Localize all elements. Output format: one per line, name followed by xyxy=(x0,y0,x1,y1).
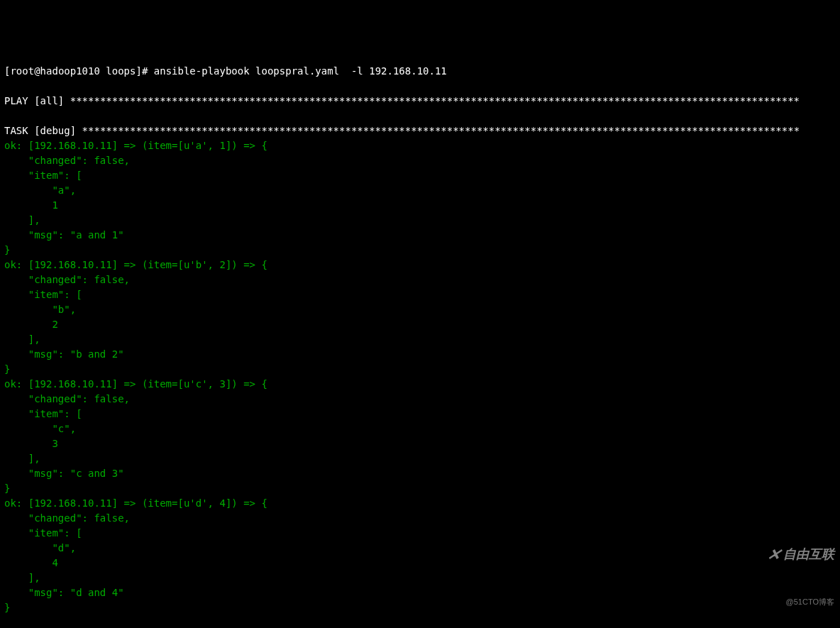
watermark-icon: ✕ xyxy=(765,543,784,566)
task-result-4: ok: [192.168.10.11] => (item=[u'd', 4]) … xyxy=(4,497,267,613)
terminal-output: [root@hadoop1010 loops]# ansible-playboo… xyxy=(4,64,836,628)
task-header: TASK [debug] ***************************… xyxy=(4,125,800,136)
play-header: PLAY [all] *****************************… xyxy=(4,95,800,106)
shell-prompt[interactable]: [root@hadoop1010 loops]# ansible-playboo… xyxy=(4,65,447,77)
task-result-3: ok: [192.168.10.11] => (item=[u'c', 3]) … xyxy=(4,378,267,494)
task-result-2: ok: [192.168.10.11] => (item=[u'b', 2]) … xyxy=(4,259,267,375)
task-result-1: ok: [192.168.10.11] => (item=[u'a', 1]) … xyxy=(4,140,267,255)
watermark: ✕自由互联 @51CTO博客 xyxy=(768,513,834,623)
